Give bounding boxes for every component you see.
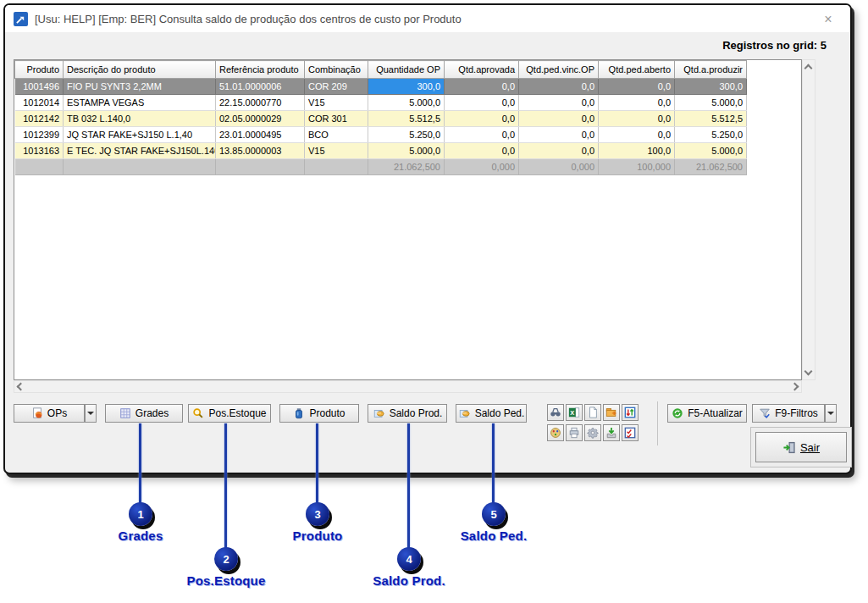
cell[interactable]: 0,0 <box>519 95 599 111</box>
cell[interactable]: 5.000,0 <box>675 143 747 159</box>
f9-dropdown-arrow-icon[interactable] <box>825 404 837 423</box>
cell[interactable]: 1012142 <box>15 111 64 127</box>
cell[interactable]: E TEC. JQ STAR FAKE+SJ150L.140 <box>64 143 216 159</box>
binoculars-button[interactable] <box>547 404 564 421</box>
cell[interactable]: 0,0 <box>445 111 519 127</box>
cell[interactable]: 0,0 <box>519 127 599 143</box>
callout-5-badge: 5 <box>482 502 506 526</box>
scroll-left-icon[interactable] <box>17 383 25 391</box>
scroll-up-icon[interactable] <box>804 64 813 73</box>
cell[interactable]: 1012399 <box>15 127 64 143</box>
cell[interactable]: 0,0 <box>445 95 519 111</box>
saldo-ped-button[interactable]: Saldo Ped. <box>456 404 527 423</box>
cell[interactable]: 51.01.0000006 <box>216 79 305 95</box>
total-cell: 0,000 <box>445 159 519 175</box>
cell[interactable]: 1013163 <box>15 143 64 159</box>
total-cell: 100,000 <box>599 159 675 175</box>
cell[interactable]: 5.512,5 <box>675 111 747 127</box>
ops-dropdown-arrow-icon[interactable] <box>85 404 97 423</box>
exit-door-icon <box>782 441 796 454</box>
pos-estoque-button[interactable]: Pos.Estoque <box>188 404 271 423</box>
cell[interactable]: 100,0 <box>599 143 675 159</box>
settings-button[interactable] <box>584 424 601 441</box>
column-header[interactable]: Qtd.aprovada <box>445 61 519 79</box>
color-palette-button[interactable] <box>547 424 564 441</box>
cell[interactable]: 0,0 <box>599 95 675 111</box>
callout-2-badge: 2 <box>214 547 238 571</box>
cell[interactable]: 22.15.0000770 <box>216 95 305 111</box>
cell[interactable]: 23.01.0000495 <box>216 127 305 143</box>
filter-funnel-icon <box>759 407 771 419</box>
cell[interactable]: FIO PU SYNT3 2,2MM <box>64 79 216 95</box>
cell[interactable]: 1001496 <box>15 79 64 95</box>
title-bar[interactable]: [Usu: HELP] [Emp: BER] Consulta saldo de… <box>5 5 850 32</box>
product-icon <box>293 407 305 419</box>
excel-export-button[interactable]: X <box>566 404 583 421</box>
saldo-prod-button[interactable]: Saldo Prod. <box>368 404 447 423</box>
cell[interactable]: 0,0 <box>599 79 675 95</box>
cell[interactable]: 5.000,0 <box>368 143 445 159</box>
column-header[interactable]: Qtd.a.produzir <box>675 61 747 79</box>
cell[interactable]: COR 209 <box>305 79 368 95</box>
cell[interactable]: 0,0 <box>519 111 599 127</box>
sair-button[interactable]: Sair <box>755 432 847 462</box>
window-title: [Usu: HELP] [Emp: BER] Consulta saldo de… <box>35 13 462 25</box>
cell[interactable]: V15 <box>305 143 368 159</box>
ops-button[interactable]: OPs <box>14 404 85 423</box>
f5-refresh-button[interactable]: F5-Atualizar <box>667 404 747 423</box>
import-data-button[interactable] <box>603 424 620 441</box>
column-header[interactable]: Qtd.ped.aberto <box>599 61 675 79</box>
cell[interactable]: 0,0 <box>599 111 675 127</box>
cell[interactable]: ESTAMPA VEGAS <box>64 95 216 111</box>
column-header[interactable]: Qtd.ped.vinc.OP <box>519 61 599 79</box>
column-header[interactable]: Descrição do produto <box>64 61 216 79</box>
close-icon[interactable]: × <box>820 11 837 28</box>
new-document-button[interactable] <box>584 404 601 421</box>
sort-columns-button[interactable] <box>622 404 639 421</box>
cell[interactable]: JQ STAR FAKE+SJ150 L.1,40 <box>64 127 216 143</box>
scroll-down-icon[interactable] <box>804 368 813 376</box>
produto-button[interactable]: Produto <box>279 404 359 423</box>
pointing-hand-icon <box>458 407 471 419</box>
table-row: 1001496FIO PU SYNT3 2,2MM51.01.0000006CO… <box>15 79 747 95</box>
column-header[interactable]: Quantidade OP <box>368 61 445 79</box>
cell[interactable]: 0,0 <box>519 79 599 95</box>
cell[interactable]: 0,0 <box>599 127 675 143</box>
f9-filters-button[interactable]: F9-Filtros <box>752 404 825 423</box>
cell[interactable]: 0,0 <box>445 143 519 159</box>
cell[interactable]: 5.000,0 <box>368 95 445 111</box>
cell[interactable]: 13.85.0000003 <box>216 143 305 159</box>
refresh-icon <box>672 407 683 419</box>
total-cell <box>15 159 64 175</box>
cell[interactable]: 0,0 <box>519 143 599 159</box>
cell[interactable]: COR 301 <box>305 111 368 127</box>
cell[interactable]: 02.05.0000029 <box>216 111 305 127</box>
cell[interactable]: 5.250,0 <box>675 127 747 143</box>
column-header[interactable]: Produto <box>15 61 64 79</box>
cell[interactable]: 5.000,0 <box>675 95 747 111</box>
cell[interactable]: BCO <box>305 127 368 143</box>
cell[interactable]: 5.250,0 <box>368 127 445 143</box>
callout-3-label: Produto <box>258 528 377 543</box>
total-cell: 21.062,500 <box>368 159 445 175</box>
checklist-button[interactable] <box>622 424 639 441</box>
grid-table-area: ProdutoDescrição do produtoReferência pr… <box>14 59 802 380</box>
vertical-scrollbar[interactable] <box>802 59 815 380</box>
scroll-right-icon[interactable] <box>791 383 799 391</box>
column-header[interactable]: Combinação <box>305 61 368 79</box>
cell[interactable]: V15 <box>305 95 368 111</box>
cell[interactable]: 5.512,5 <box>368 111 445 127</box>
cell[interactable]: TB 032 L.140,0 <box>64 111 216 127</box>
cell[interactable]: 300,0 <box>368 79 445 95</box>
cell[interactable]: 0,0 <box>445 127 519 143</box>
column-header[interactable]: Referência produto <box>216 61 305 79</box>
horizontal-scrollbar[interactable] <box>14 380 802 393</box>
cell[interactable]: 300,0 <box>675 79 747 95</box>
grades-button[interactable]: Grades <box>105 404 183 423</box>
callout-5-label: Saldo Ped. <box>434 528 553 543</box>
callout-4-label: Saldo Prod. <box>350 573 468 588</box>
folder-export-button[interactable] <box>603 404 620 421</box>
printer-button[interactable] <box>566 424 583 441</box>
cell[interactable]: 0,0 <box>445 79 519 95</box>
cell[interactable]: 1012014 <box>15 95 64 111</box>
